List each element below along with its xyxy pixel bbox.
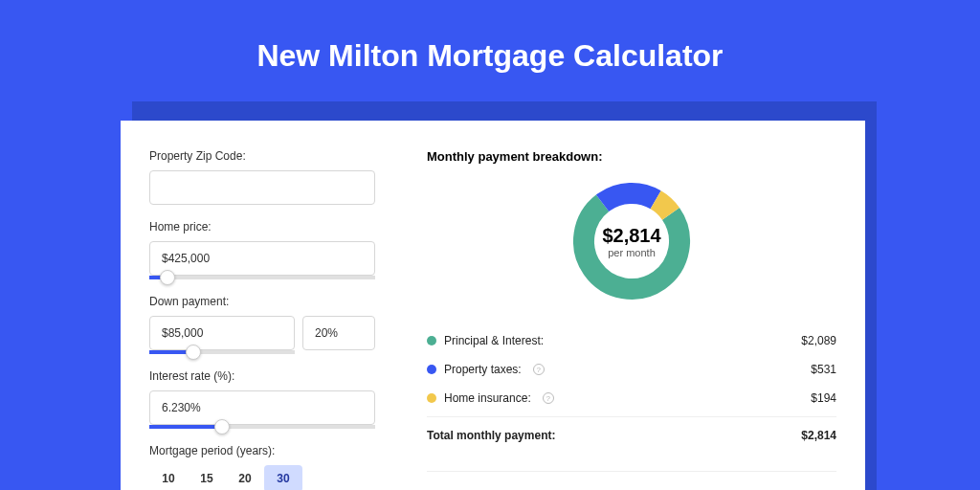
legend-value: $531 (811, 363, 836, 376)
down-payment-pct-input[interactable] (302, 316, 375, 350)
donut-amount: $2,814 (602, 225, 660, 247)
calculator-card: Property Zip Code: Home price: Down paym… (121, 121, 865, 490)
down-payment-field: Down payment: (149, 295, 398, 354)
total-label: Total monthly payment: (427, 429, 555, 442)
breakdown-column: Monthly payment breakdown: $2,814 per mo… (398, 121, 865, 490)
dot-icon (427, 365, 436, 374)
info-icon[interactable]: ? (543, 392, 554, 404)
dot-icon (427, 336, 436, 345)
zip-label: Property Zip Code: (149, 149, 398, 163)
down-payment-slider[interactable] (149, 350, 295, 354)
slider-thumb[interactable] (160, 270, 175, 285)
legend-label: Property taxes: (444, 363, 522, 376)
legend-label: Home insurance: (444, 391, 531, 405)
period-option-10[interactable]: 10 (149, 465, 188, 490)
interest-input[interactable] (149, 390, 375, 425)
form-column: Property Zip Code: Home price: Down paym… (121, 121, 398, 490)
period-option-15[interactable]: 15 (188, 465, 226, 490)
legend-taxes: Property taxes: ? $531 (427, 355, 836, 384)
down-payment-input[interactable] (149, 316, 295, 350)
legend-value: $2,089 (801, 334, 836, 347)
period-field: Mortgage period (years): 10 15 20 30 (149, 444, 398, 490)
slider-thumb[interactable] (186, 345, 201, 360)
zip-input[interactable] (149, 170, 375, 205)
period-group: 10 15 20 30 (149, 465, 398, 490)
info-icon[interactable]: ? (533, 364, 545, 375)
total-row: Total monthly payment: $2,814 (427, 416, 836, 454)
interest-label: Interest rate (%): (149, 369, 398, 383)
legend-principal: Principal & Interest: $2,089 (427, 326, 836, 355)
donut-sub: per month (602, 247, 660, 258)
amortization-section: Amortization for mortgage loan Amortizat… (427, 471, 836, 490)
home-price-input[interactable] (149, 241, 375, 276)
zip-field: Property Zip Code: (149, 149, 398, 205)
donut-center: $2,814 per month (602, 225, 660, 258)
legend-value: $194 (811, 391, 836, 405)
period-option-30[interactable]: 30 (264, 465, 302, 490)
total-value: $2,814 (801, 429, 836, 442)
interest-slider[interactable] (149, 425, 375, 429)
slider-thumb[interactable] (214, 419, 230, 434)
period-option-20[interactable]: 20 (226, 465, 264, 490)
home-price-field: Home price: (149, 220, 398, 279)
dot-icon (427, 393, 436, 403)
breakdown-title: Monthly payment breakdown: (427, 149, 836, 164)
slider-fill (149, 425, 222, 429)
home-price-slider[interactable] (149, 276, 375, 279)
donut-chart: $2,814 per month (427, 179, 836, 303)
interest-field: Interest rate (%): (149, 369, 398, 429)
period-label: Mortgage period (years): (149, 444, 398, 457)
legend-insurance: Home insurance: ? $194 (427, 384, 836, 412)
page-title: New Milton Mortgage Calculator (0, 0, 980, 102)
legend-label: Principal & Interest: (444, 334, 544, 347)
home-price-label: Home price: (149, 220, 398, 234)
down-payment-label: Down payment: (149, 295, 398, 308)
